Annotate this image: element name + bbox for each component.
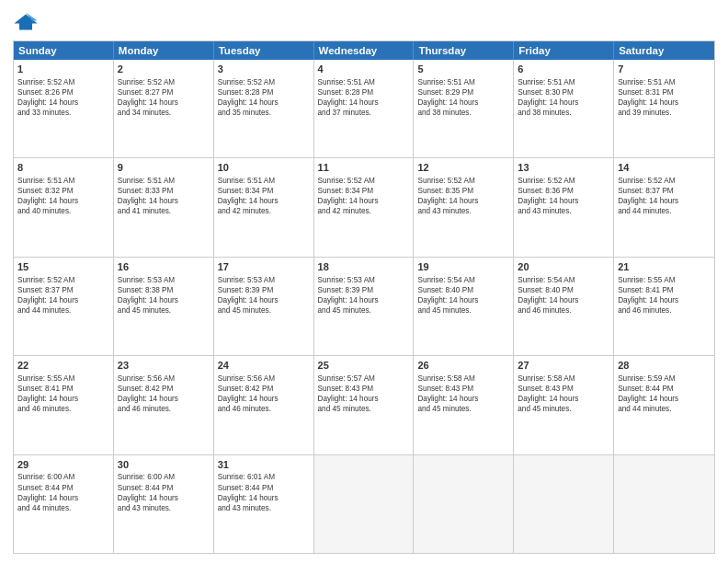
- day-info-line: Sunset: 8:38 PM: [118, 285, 210, 295]
- day-info-line: Sunrise: 5:53 AM: [318, 275, 410, 285]
- day-info-line: Daylight: 14 hours: [618, 98, 711, 108]
- day-info-line: Sunset: 8:27 PM: [118, 87, 210, 98]
- calendar-cell: 15Sunrise: 5:52 AMSunset: 8:37 PMDayligh…: [14, 258, 114, 355]
- day-number: 20: [518, 260, 609, 274]
- day-info-line: and 45 minutes.: [118, 305, 210, 316]
- calendar-cell: [514, 455, 614, 553]
- day-info-line: and 45 minutes.: [417, 404, 509, 414]
- header-day: Monday: [114, 41, 214, 60]
- day-number: 19: [417, 260, 509, 274]
- calendar-cell: 7Sunrise: 5:51 AMSunset: 8:31 PMDaylight…: [614, 60, 714, 157]
- day-info-line: Sunset: 8:40 PM: [518, 285, 609, 295]
- calendar-week: 22Sunrise: 5:55 AMSunset: 8:41 PMDayligh…: [14, 355, 714, 454]
- calendar-cell: 13Sunrise: 5:52 AMSunset: 8:36 PMDayligh…: [514, 158, 614, 256]
- day-info-line: Daylight: 14 hours: [118, 295, 210, 305]
- day-info-line: and 38 minutes.: [518, 108, 609, 118]
- day-number: 23: [118, 359, 210, 373]
- day-info-line: Sunset: 8:37 PM: [17, 285, 109, 295]
- day-info-line: Sunset: 8:44 PM: [218, 483, 310, 493]
- day-number: 6: [518, 63, 609, 76]
- day-info-line: Daylight: 14 hours: [518, 295, 609, 305]
- calendar-cell: 20Sunrise: 5:54 AMSunset: 8:40 PMDayligh…: [514, 258, 614, 355]
- day-info-line: Daylight: 14 hours: [218, 196, 310, 206]
- day-info-line: Daylight: 14 hours: [518, 196, 609, 206]
- header-day: Sunday: [14, 41, 114, 60]
- calendar-week: 1Sunrise: 5:52 AMSunset: 8:26 PMDaylight…: [14, 60, 714, 157]
- day-info-line: Sunset: 8:35 PM: [417, 186, 509, 196]
- day-info-line: Sunrise: 6:00 AM: [118, 472, 210, 482]
- day-info-line: Sunset: 8:34 PM: [318, 186, 410, 196]
- day-info-line: and 44 minutes.: [17, 305, 109, 316]
- day-info-line: and 43 minutes.: [518, 206, 609, 216]
- day-info-line: Sunset: 8:42 PM: [218, 384, 310, 394]
- day-info-line: Daylight: 14 hours: [118, 98, 210, 108]
- day-info-line: Daylight: 14 hours: [417, 98, 509, 108]
- calendar-week: 8Sunrise: 5:51 AMSunset: 8:32 PMDaylight…: [14, 157, 714, 256]
- calendar-cell: 1Sunrise: 5:52 AMSunset: 8:26 PMDaylight…: [14, 60, 114, 157]
- day-info-line: Sunset: 8:34 PM: [218, 186, 310, 196]
- calendar-cell: 21Sunrise: 5:55 AMSunset: 8:41 PMDayligh…: [614, 258, 714, 355]
- day-info-line: Daylight: 14 hours: [618, 394, 711, 404]
- calendar-cell: 25Sunrise: 5:57 AMSunset: 8:43 PMDayligh…: [314, 356, 415, 454]
- day-info-line: Sunset: 8:41 PM: [618, 285, 711, 295]
- day-info-line: and 45 minutes.: [318, 404, 410, 414]
- calendar: SundayMondayTuesdayWednesdayThursdayFrid…: [13, 40, 715, 554]
- day-info-line: Sunrise: 5:51 AM: [518, 77, 609, 87]
- calendar-cell: 22Sunrise: 5:55 AMSunset: 8:41 PMDayligh…: [14, 356, 114, 454]
- day-number: 10: [218, 161, 310, 175]
- day-number: 24: [218, 359, 310, 373]
- day-info-line: Daylight: 14 hours: [17, 295, 109, 305]
- day-info-line: Sunset: 8:28 PM: [218, 87, 310, 98]
- day-info-line: and 44 minutes.: [618, 404, 711, 414]
- calendar-cell: 5Sunrise: 5:51 AMSunset: 8:29 PMDaylight…: [414, 60, 514, 157]
- day-info-line: Sunset: 8:39 PM: [218, 285, 310, 295]
- day-info-line: Sunrise: 5:54 AM: [417, 275, 509, 285]
- calendar-cell: [614, 455, 714, 553]
- day-number: 12: [417, 161, 509, 175]
- day-info-line: and 45 minutes.: [218, 305, 310, 316]
- calendar-cell: 24Sunrise: 5:56 AMSunset: 8:42 PMDayligh…: [214, 356, 314, 454]
- day-info-line: Sunrise: 5:52 AM: [17, 77, 109, 87]
- day-info-line: and 44 minutes.: [17, 503, 109, 513]
- day-info-line: Sunrise: 5:51 AM: [218, 176, 310, 186]
- day-info-line: and 43 minutes.: [118, 503, 210, 513]
- calendar-cell: 4Sunrise: 5:51 AMSunset: 8:28 PMDaylight…: [314, 60, 415, 157]
- calendar-cell: 29Sunrise: 6:00 AMSunset: 8:44 PMDayligh…: [14, 455, 114, 553]
- day-info-line: Daylight: 14 hours: [318, 394, 410, 404]
- day-info-line: Sunset: 8:32 PM: [17, 186, 109, 196]
- day-info-line: Daylight: 14 hours: [518, 394, 609, 404]
- day-info-line: and 45 minutes.: [518, 404, 609, 414]
- day-info-line: Daylight: 14 hours: [17, 394, 109, 404]
- day-info-line: and 33 minutes.: [17, 108, 109, 118]
- day-info-line: Sunrise: 5:56 AM: [218, 373, 310, 384]
- day-info-line: Sunrise: 5:56 AM: [118, 373, 210, 384]
- day-info-line: Daylight: 14 hours: [417, 394, 509, 404]
- day-info-line: Sunrise: 5:52 AM: [17, 275, 109, 285]
- calendar-cell: [414, 455, 514, 553]
- day-info-line: Sunrise: 5:53 AM: [218, 275, 310, 285]
- day-info-line: Sunset: 8:29 PM: [417, 87, 509, 98]
- day-info-line: and 43 minutes.: [218, 503, 310, 513]
- day-info-line: Sunrise: 5:51 AM: [618, 77, 711, 87]
- calendar-cell: 11Sunrise: 5:52 AMSunset: 8:34 PMDayligh…: [314, 158, 415, 256]
- day-info-line: and 46 minutes.: [118, 404, 210, 414]
- day-info-line: Daylight: 14 hours: [618, 295, 711, 305]
- day-number: 18: [318, 260, 410, 274]
- day-number: 17: [218, 260, 310, 274]
- day-info-line: and 42 minutes.: [318, 206, 410, 216]
- calendar-header: SundayMondayTuesdayWednesdayThursdayFrid…: [14, 41, 714, 60]
- day-info-line: Sunset: 8:26 PM: [17, 87, 109, 98]
- calendar-week: 15Sunrise: 5:52 AMSunset: 8:37 PMDayligh…: [14, 257, 714, 355]
- day-info-line: Sunrise: 6:00 AM: [17, 472, 109, 482]
- day-info-line: and 45 minutes.: [318, 305, 410, 316]
- day-info-line: and 39 minutes.: [618, 108, 711, 118]
- day-info-line: and 42 minutes.: [218, 206, 310, 216]
- day-info-line: Sunset: 8:44 PM: [17, 483, 109, 493]
- day-number: 15: [17, 260, 109, 274]
- day-info-line: and 44 minutes.: [618, 206, 711, 216]
- day-info-line: and 46 minutes.: [518, 305, 609, 316]
- calendar-cell: 2Sunrise: 5:52 AMSunset: 8:27 PMDaylight…: [114, 60, 214, 157]
- day-info-line: Sunset: 8:44 PM: [118, 483, 210, 493]
- day-info-line: Sunrise: 6:01 AM: [218, 472, 310, 482]
- day-info-line: Daylight: 14 hours: [218, 493, 310, 503]
